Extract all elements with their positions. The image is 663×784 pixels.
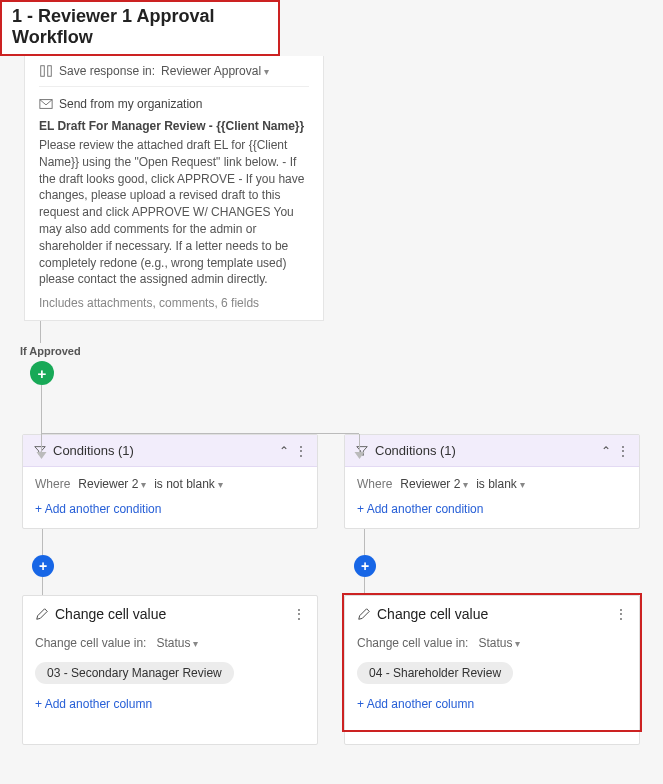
connector-line — [42, 577, 318, 595]
add-condition-link[interactable]: Add another condition — [357, 502, 483, 516]
conditions-card[interactable]: Conditions (1) ⌃ ⋮ Where Reviewer 2 is b… — [344, 434, 640, 529]
save-response-value[interactable]: Reviewer Approval — [161, 64, 269, 78]
email-body: Please review the attached draft EL for … — [39, 137, 309, 288]
connector-line — [42, 529, 318, 555]
where-label: Where — [35, 477, 70, 491]
condition-field[interactable]: Reviewer 2 — [400, 477, 468, 491]
more-icon[interactable]: ⋮ — [295, 444, 307, 458]
add-column-link[interactable]: Add another column — [357, 697, 474, 711]
connector-line — [364, 529, 640, 555]
add-column-link[interactable]: Add another column — [35, 697, 152, 711]
collapse-icon[interactable]: ⌃ — [601, 444, 611, 458]
branch-left: Conditions (1) ⌃ ⋮ Where Reviewer 2 is n… — [22, 434, 318, 745]
connector-line — [40, 321, 663, 343]
chevron-down-icon — [37, 452, 47, 459]
conditions-title: Conditions (1) — [53, 443, 134, 458]
action-title: Change cell value — [55, 606, 166, 622]
more-icon[interactable]: ⋮ — [293, 607, 305, 621]
more-icon[interactable]: ⋮ — [617, 444, 629, 458]
change-cell-card[interactable]: Change cell value ⋮ Change cell value in… — [344, 595, 640, 745]
change-cell-card[interactable]: Change cell value ⋮ Change cell value in… — [22, 595, 318, 745]
conditions-card[interactable]: Conditions (1) ⌃ ⋮ Where Reviewer 2 is n… — [22, 434, 318, 529]
workflow-title: 1 - Reviewer 1 Approval Workflow — [0, 0, 280, 56]
change-cell-field[interactable]: Status — [156, 636, 198, 650]
email-subject: EL Draft For Manager Review - {{Client N… — [39, 119, 309, 133]
chevron-down-icon — [355, 452, 365, 459]
more-icon[interactable]: ⋮ — [615, 607, 627, 621]
connector-split — [41, 433, 359, 434]
condition-operator[interactable]: is not blank — [154, 477, 222, 491]
change-cell-field[interactable]: Status — [478, 636, 520, 650]
condition-field[interactable]: Reviewer 2 — [78, 477, 146, 491]
save-response-label: Save response in: — [59, 64, 155, 78]
svg-rect-1 — [48, 66, 52, 77]
conditions-title: Conditions (1) — [375, 443, 456, 458]
connector-line — [364, 577, 640, 595]
card-meta: Includes attachments, comments, 6 fields — [39, 296, 309, 310]
status-chip[interactable]: 03 - Secondary Manager Review — [35, 662, 234, 684]
envelope-icon — [39, 97, 53, 111]
branch-label: If Approved — [20, 345, 663, 357]
where-label: Where — [357, 477, 392, 491]
save-response-icon — [39, 64, 53, 78]
pencil-icon — [357, 607, 371, 621]
add-step-button[interactable]: + — [32, 555, 54, 577]
status-chip[interactable]: 04 - Shareholder Review — [357, 662, 513, 684]
change-cell-label: Change cell value in: — [35, 636, 146, 650]
add-step-button[interactable]: + — [354, 555, 376, 577]
add-branch-button[interactable]: + — [30, 361, 54, 385]
send-from-label: Send from my organization — [59, 97, 202, 111]
action-title: Change cell value — [377, 606, 488, 622]
connector-line — [41, 385, 663, 433]
branch-right: Conditions (1) ⌃ ⋮ Where Reviewer 2 is b… — [344, 434, 640, 745]
condition-operator[interactable]: is blank — [476, 477, 524, 491]
add-condition-link[interactable]: Add another condition — [35, 502, 161, 516]
request-card: Save response in: Reviewer Approval Send… — [24, 56, 324, 321]
collapse-icon[interactable]: ⌃ — [279, 444, 289, 458]
change-cell-label: Change cell value in: — [357, 636, 468, 650]
svg-rect-0 — [41, 66, 45, 77]
pencil-icon — [35, 607, 49, 621]
